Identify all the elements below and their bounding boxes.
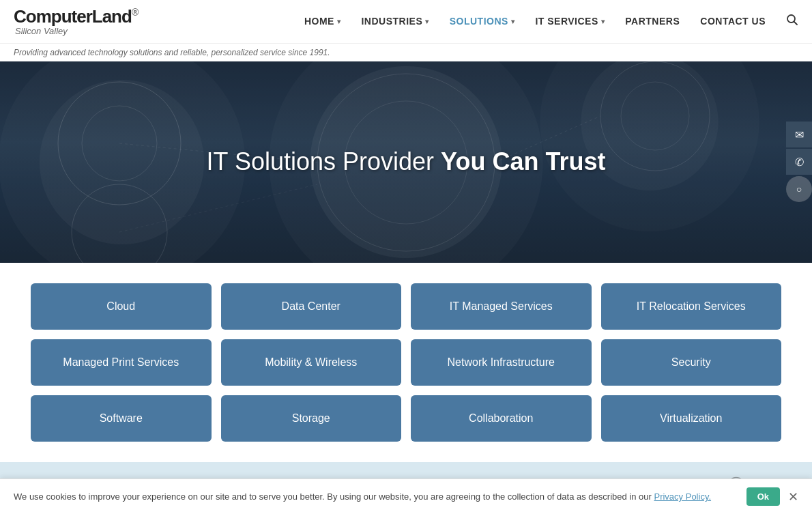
nav-contact[interactable]: CONTACT US <box>700 16 766 27</box>
svg-point-4 <box>72 184 167 263</box>
services-grid: Cloud Data Center IT Managed Services IT… <box>31 283 781 442</box>
hero-section: IT Solutions Provider You Can Trust ✉ ✆ … <box>0 61 812 263</box>
phone-icon: ✆ <box>795 156 804 169</box>
cookie-actions: Ok ✕ <box>746 487 798 503</box>
hero-title-part2: You Can Trust <box>441 147 605 175</box>
nav-it-services[interactable]: IT SERVICES ▾ <box>535 16 605 27</box>
chevron-down-icon: ▾ <box>425 18 429 25</box>
logo-registered: ® <box>132 7 138 18</box>
svg-point-7 <box>600 61 710 171</box>
hero-title: IT Solutions Provider You Can Trust <box>207 147 606 176</box>
svg-point-8 <box>621 82 689 150</box>
collaboration-button[interactable]: Collaboration <box>411 395 592 442</box>
security-button[interactable]: Security <box>601 339 782 386</box>
nav-partners[interactable]: PARTNERS <box>625 16 680 27</box>
circle-icon: ○ <box>796 184 802 195</box>
network-infrastructure-button[interactable]: Network Infrastructure <box>411 339 592 386</box>
logo-computer: Computer <box>14 6 92 27</box>
storage-button[interactable]: Storage <box>221 395 402 442</box>
managed-print-services-button[interactable]: Managed Print Services <box>31 339 212 386</box>
close-icon: ✕ <box>788 490 798 503</box>
mobility-wireless-button[interactable]: Mobility & Wireless <box>221 339 402 386</box>
nav-home[interactable]: HOME ▾ <box>304 16 341 27</box>
cookie-banner: We use cookies to improve your experienc… <box>0 479 812 503</box>
tagline: Providing advanced technology solutions … <box>0 44 812 61</box>
email-side-button[interactable]: ✉ <box>786 122 812 147</box>
services-section: Cloud Data Center IT Managed Services IT… <box>0 263 812 462</box>
data-center-button[interactable]: Data Center <box>221 283 402 330</box>
phone-side-button[interactable]: ✆ <box>786 149 812 175</box>
side-contact-buttons: ✉ ✆ ○ <box>786 122 812 202</box>
email-icon: ✉ <box>795 128 804 141</box>
software-button[interactable]: Software <box>31 395 212 442</box>
nav-industries[interactable]: INDUSTRIES ▾ <box>361 16 429 27</box>
scroll-side-button[interactable]: ○ <box>786 176 812 202</box>
cloud-button[interactable]: Cloud <box>31 283 212 330</box>
logo-land: Land <box>92 6 132 27</box>
cookie-text: We use cookies to improve your experienc… <box>14 491 733 502</box>
svg-line-11 <box>119 184 317 232</box>
header: ComputerLand® Silicon Valley HOME ▾ INDU… <box>0 0 812 44</box>
chevron-down-icon: ▾ <box>337 18 341 25</box>
cookie-close-button[interactable]: ✕ <box>788 489 798 503</box>
it-relocation-services-button[interactable]: IT Relocation Services <box>601 283 782 330</box>
logo-text: ComputerLand® <box>14 7 138 27</box>
search-button[interactable] <box>786 14 798 29</box>
virtualization-button[interactable]: Virtualization <box>601 395 782 442</box>
main-nav: HOME ▾ INDUSTRIES ▾ SOLUTIONS ▾ IT SERVI… <box>304 14 798 29</box>
chevron-down-icon: ▾ <box>601 18 605 25</box>
chevron-down-icon: ▾ <box>511 18 515 25</box>
svg-line-1 <box>794 21 798 25</box>
it-managed-services-button[interactable]: IT Managed Services <box>411 283 592 330</box>
logo-subtitle: Silicon Valley <box>14 27 138 36</box>
nav-solutions[interactable]: SOLUTIONS ▾ <box>450 16 515 27</box>
hero-title-part1: IT Solutions Provider <box>207 147 441 175</box>
hero-text-block: IT Solutions Provider You Can Trust <box>207 147 606 176</box>
cookie-ok-button[interactable]: Ok <box>746 487 780 503</box>
logo[interactable]: ComputerLand® Silicon Valley <box>14 7 138 36</box>
privacy-policy-link[interactable]: Privacy Policy. <box>654 491 711 502</box>
